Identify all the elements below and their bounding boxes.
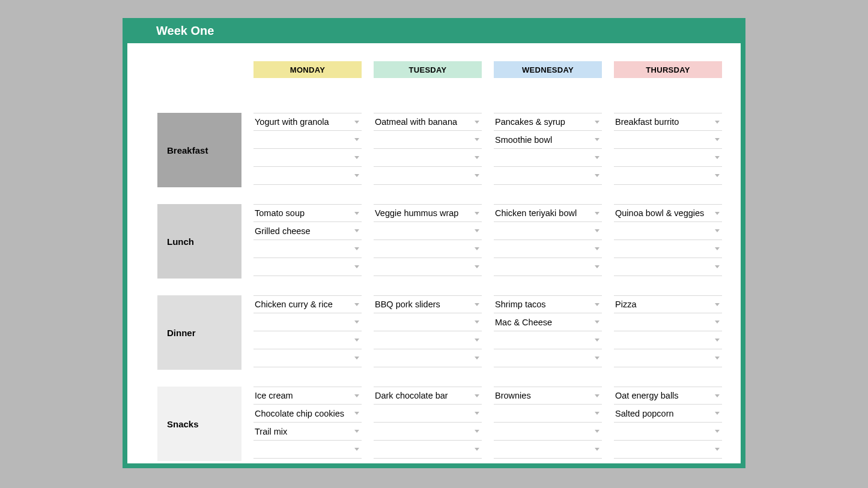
dropdown-caret-icon xyxy=(715,448,720,451)
meal-slot[interactable] xyxy=(614,331,722,349)
meal-slot[interactable] xyxy=(494,423,602,441)
meal-slot-text: Shrimp tacos xyxy=(494,300,595,309)
slot-column-breakfast-mon: Yogurt with granola xyxy=(253,113,362,187)
meal-slot[interactable] xyxy=(253,167,362,185)
meal-slot[interactable] xyxy=(494,405,602,423)
dropdown-caret-icon xyxy=(595,121,599,124)
slot-column-breakfast-wed: Pancakes & syrupSmoothie bowl xyxy=(494,113,602,187)
meal-slot[interactable] xyxy=(374,258,482,276)
dropdown-caret-icon xyxy=(595,357,599,360)
dropdown-caret-icon xyxy=(595,138,599,141)
meal-slot[interactable] xyxy=(253,313,362,331)
meal-slot-text: Oat energy balls xyxy=(614,391,715,400)
meal-slot[interactable] xyxy=(614,441,722,459)
meal-slot[interactable] xyxy=(614,258,722,276)
meal-slot[interactable]: Grilled cheese xyxy=(253,222,362,240)
meal-slot[interactable] xyxy=(494,258,602,276)
meal-slot[interactable] xyxy=(494,349,602,367)
meal-slot[interactable] xyxy=(494,167,602,185)
meal-slot[interactable]: Smoothie bowl xyxy=(494,131,602,149)
meal-slot[interactable] xyxy=(374,149,482,167)
slot-column-snacks-tue: Dark chocolate bar xyxy=(374,387,482,461)
meal-slot[interactable] xyxy=(374,405,482,423)
meal-slot[interactable]: Brownies xyxy=(494,387,602,405)
meal-slot[interactable]: Trail mix xyxy=(253,423,362,441)
meal-slot-text: Veggie hummus wrap xyxy=(374,208,475,218)
dropdown-caret-icon xyxy=(354,357,359,360)
meal-slot[interactable] xyxy=(253,131,362,149)
meal-slot-text: Yogurt with granola xyxy=(253,117,354,127)
meal-slot[interactable] xyxy=(253,349,362,367)
meal-slot[interactable] xyxy=(374,313,482,331)
spacer xyxy=(494,78,602,113)
meal-slot[interactable]: Dark chocolate bar xyxy=(374,387,482,405)
meal-slot[interactable] xyxy=(494,240,602,258)
meal-slot[interactable]: Tomato soup xyxy=(253,204,362,222)
meal-slot[interactable]: Salted popcorn xyxy=(614,405,722,423)
meal-slot[interactable] xyxy=(374,222,482,240)
meal-slot[interactable] xyxy=(494,331,602,349)
meal-slot[interactable] xyxy=(374,131,482,149)
spacer xyxy=(157,279,241,295)
meal-slot[interactable] xyxy=(614,313,722,331)
meal-slot[interactable] xyxy=(253,149,362,167)
meal-slot[interactable] xyxy=(614,167,722,185)
meal-slot[interactable]: Quinoa bowl & veggies xyxy=(614,204,722,222)
dropdown-caret-icon xyxy=(475,339,479,342)
meal-slot[interactable] xyxy=(374,423,482,441)
week-title: Week One xyxy=(156,24,214,38)
dropdown-caret-icon xyxy=(475,247,479,250)
dropdown-caret-icon xyxy=(475,321,479,324)
meal-slot[interactable] xyxy=(374,441,482,459)
meal-slot[interactable]: Shrimp tacos xyxy=(494,295,602,313)
panel: MONDAYTUESDAYWEDNESDAYTHURSDAYBreakfastY… xyxy=(127,43,741,463)
dropdown-caret-icon xyxy=(354,430,359,433)
meal-slot[interactable]: Mac & Cheese xyxy=(494,313,602,331)
meal-slot[interactable] xyxy=(494,441,602,459)
meal-slot[interactable]: Chicken curry & rice xyxy=(253,295,362,313)
meal-slot[interactable] xyxy=(494,149,602,167)
dropdown-caret-icon xyxy=(715,174,720,177)
meal-slot[interactable] xyxy=(253,240,362,258)
dropdown-caret-icon xyxy=(595,265,599,268)
meal-slot[interactable] xyxy=(614,149,722,167)
meal-slot[interactable]: Chicken teriyaki bowl xyxy=(494,204,602,222)
meal-slot[interactable]: Pizza xyxy=(614,295,722,313)
meal-slot[interactable] xyxy=(494,222,602,240)
meal-slot[interactable]: Oat energy balls xyxy=(614,387,722,405)
meal-slot[interactable]: Veggie hummus wrap xyxy=(374,204,482,222)
meal-slot-text: Tomato soup xyxy=(253,208,354,218)
meal-slot[interactable] xyxy=(374,349,482,367)
spacer xyxy=(253,370,362,387)
meal-slot[interactable]: BBQ pork sliders xyxy=(374,295,482,313)
dropdown-caret-icon xyxy=(595,321,599,324)
spacer xyxy=(253,279,362,295)
meal-slot[interactable] xyxy=(614,423,722,441)
dropdown-caret-icon xyxy=(475,156,479,159)
meal-slot[interactable] xyxy=(614,131,722,149)
meal-slot[interactable]: Chocolate chip cookies xyxy=(253,405,362,423)
meal-slot[interactable] xyxy=(374,167,482,185)
meal-slot[interactable] xyxy=(253,441,362,459)
spacer xyxy=(253,187,362,204)
planner-card: Week One MONDAYTUESDAYWEDNESDAYTHURSDAYB… xyxy=(123,18,745,468)
meal-slot[interactable] xyxy=(614,349,722,367)
dropdown-caret-icon xyxy=(715,430,720,433)
meal-slot-text: Pancakes & syrup xyxy=(494,117,595,127)
meal-slot[interactable] xyxy=(374,240,482,258)
meal-slot[interactable]: Oatmeal with banana xyxy=(374,113,482,131)
meal-slot[interactable] xyxy=(253,258,362,276)
meal-slot[interactable] xyxy=(614,240,722,258)
meal-slot[interactable]: Yogurt with granola xyxy=(253,113,362,131)
dropdown-caret-icon xyxy=(354,321,359,324)
meal-slot[interactable]: Ice cream xyxy=(253,387,362,405)
meal-slot[interactable] xyxy=(374,331,482,349)
meal-slot[interactable] xyxy=(253,331,362,349)
meal-label-breakfast: Breakfast xyxy=(157,113,241,187)
meal-label-dinner: Dinner xyxy=(157,295,241,370)
meal-slot[interactable]: Breakfast burrito xyxy=(614,113,722,131)
slot-column-lunch-tue: Veggie hummus wrap xyxy=(374,204,482,279)
meal-slot[interactable]: Pancakes & syrup xyxy=(494,113,602,131)
meal-slot[interactable] xyxy=(614,222,722,240)
dropdown-caret-icon xyxy=(475,138,479,141)
